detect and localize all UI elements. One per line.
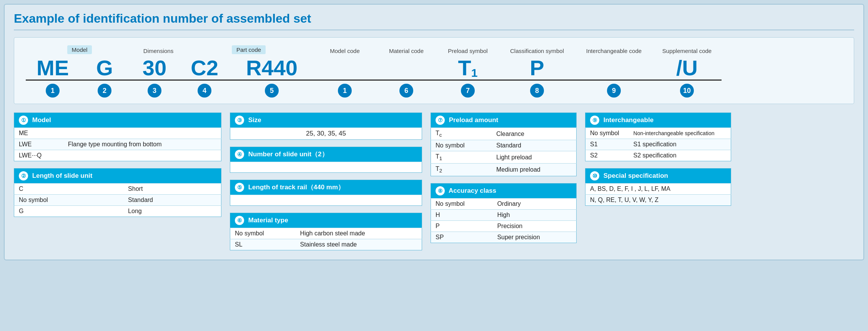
circle-length-track: ⑤ — [235, 183, 244, 192]
label-interchangeable-code: Interchangeable code — [586, 48, 642, 54]
preload-header: ⑦ Preload amount — [431, 113, 577, 128]
table-row: No symbol High carbon steel made — [230, 228, 422, 239]
model-desc-lwe: Flange type mounting from bottom — [63, 139, 221, 150]
code-blank3 — [575, 79, 652, 81]
accuracy-code-nosymbol: No symbol — [431, 198, 493, 209]
col-right2: ⑨ Interchangeable No symbol Non-intercha… — [585, 113, 731, 206]
interchangeable-desc-s2: S2 specification — [629, 150, 731, 161]
tables-section: ① Model ME LWE Flange type mounting from… — [14, 113, 854, 250]
code-p: P — [499, 57, 575, 81]
circle-5: 5 — [265, 84, 279, 98]
model-code-lwe: LWE — [14, 139, 63, 150]
length-slide-header: ② Length of slide unit — [14, 169, 221, 184]
accuracy-code-p: P — [431, 220, 493, 232]
interchangeable-code-s2: S2 — [585, 150, 629, 161]
preload-desc-t1: Light preload — [492, 151, 577, 164]
circle-3: 3 — [148, 84, 161, 98]
circle-special: ⑩ — [590, 171, 599, 180]
circle-size: ③ — [235, 116, 244, 125]
label-supplemental-code: Supplemental code — [662, 48, 712, 54]
code-me: ME — [26, 57, 80, 81]
material-desc-nosymbol: High carbon steel made — [296, 228, 422, 239]
label-classification-symbol: Classification symbol — [510, 48, 564, 54]
slide-desc-g: Long — [123, 206, 221, 217]
model-code-me: ME — [14, 128, 63, 139]
table-row: S1 S1 specification — [585, 139, 731, 150]
table-row: P Precision — [431, 220, 577, 232]
diagram-section: Model Dimensions Part code Model code Ma… — [14, 37, 854, 104]
code-r440: R440 — [229, 57, 314, 81]
table-row: ME — [14, 128, 221, 139]
label-preload-symbol: Preload symbol — [448, 48, 487, 54]
page-title: Example of identification number of asse… — [14, 12, 854, 30]
code-g: G — [80, 57, 130, 81]
table-row: N, Q, RE, T, U, V, W, Y, Z — [585, 195, 731, 206]
col-left: ① Model ME LWE Flange type mounting from… — [14, 113, 221, 217]
length-track-header: ⑤ Length of track rail（440 mm） — [230, 180, 422, 195]
label-model-code-1: Model — [67, 45, 92, 54]
circle-num-slide: ④ — [235, 150, 244, 159]
circle-length-slide: ② — [19, 171, 28, 180]
material-code-sl: SL — [230, 239, 296, 250]
size-value: 25, 30, 35, 45 — [230, 128, 422, 140]
code-blank2 — [376, 79, 437, 81]
table-row: T2 Medium preload — [431, 164, 577, 176]
accuracy-desc-nosymbol: Ordinary — [492, 198, 576, 209]
interchangeable-desc-nosymbol: Non-interchangeable specification — [629, 128, 731, 139]
slide-code-nosymbol: No symbol — [14, 195, 124, 206]
special-value2: N, Q, RE, T, U, V, W, Y, Z — [585, 195, 731, 206]
table-row: No symbol Standard — [431, 140, 577, 151]
circle-8: 8 — [530, 84, 544, 98]
table-row: H High — [431, 209, 577, 220]
slide-code-g: G — [14, 206, 124, 217]
code-u: /U — [652, 57, 722, 81]
interchangeable-code-s1: S1 — [585, 139, 629, 150]
preload-table: ⑦ Preload amount Tc Clearance No symbol … — [431, 113, 577, 176]
table-row: SP Super precision — [431, 232, 577, 243]
circle-accuracy: ⑧ — [436, 186, 445, 195]
interchangeable-code-nosymbol: No symbol — [585, 128, 629, 139]
table-row: LWE Flange type mounting from bottom — [14, 139, 221, 150]
material-desc-sl: Stainless steel made — [296, 239, 422, 250]
circle-model: ① — [19, 116, 28, 125]
code-c2: C2 — [180, 57, 229, 81]
accuracy-header: ⑧ Accuracy class — [431, 183, 577, 198]
circle-material: ⑥ — [235, 216, 244, 225]
slide-code-c: C — [14, 184, 124, 195]
table-row: No symbol Non-interchangeable specificat… — [585, 128, 731, 139]
circle-preload: ⑦ — [436, 116, 445, 125]
accuracy-desc-h: High — [492, 209, 576, 220]
interchangeable-desc-s1: S1 specification — [629, 139, 731, 150]
circle-9: 9 — [607, 84, 621, 98]
size-table: ③ Size 25, 30, 35, 45 — [230, 113, 422, 140]
preload-desc-nosymbol: Standard — [492, 140, 577, 151]
accuracy-desc-sp: Super precision — [492, 232, 576, 243]
table-row: S2 S2 specification — [585, 150, 731, 161]
table-row: LWE···Q — [14, 150, 221, 161]
model-desc-me — [63, 128, 221, 139]
accuracy-code-sp: SP — [431, 232, 493, 243]
col-mid: ③ Size 25, 30, 35, 45 ④ — [230, 113, 422, 250]
table-row: T1 Light preload — [431, 151, 577, 164]
slide-desc-nosymbol: Standard — [123, 195, 221, 206]
table-row — [230, 195, 422, 206]
table-row: A, BS, D, E, F, I , J, L, LF, MA — [585, 184, 731, 195]
num-slide-empty — [230, 162, 422, 173]
interchangeable-header: ⑨ Interchangeable — [585, 113, 731, 128]
table-row: Tc Clearance — [431, 128, 577, 140]
material-header: ⑥ Material type — [230, 213, 422, 228]
code-30: 30 — [130, 57, 180, 81]
model-desc-lweq — [63, 150, 221, 161]
preload-code-t1: T1 — [431, 151, 492, 164]
label-material-code: Material code — [389, 48, 424, 54]
label-model-code-2: Model code — [330, 48, 360, 54]
model-code-lweq: LWE···Q — [14, 150, 63, 161]
accuracy-desc-p: Precision — [492, 220, 576, 232]
label-part-code: Part code — [232, 45, 266, 54]
length-track-table: ⑤ Length of track rail（440 mm） — [230, 180, 422, 206]
code-blank1 — [314, 79, 376, 81]
table-row: C Short — [14, 184, 221, 195]
size-header: ③ Size — [230, 113, 422, 128]
circle-2: 2 — [98, 84, 111, 98]
table-row: No symbol Standard — [14, 195, 221, 206]
